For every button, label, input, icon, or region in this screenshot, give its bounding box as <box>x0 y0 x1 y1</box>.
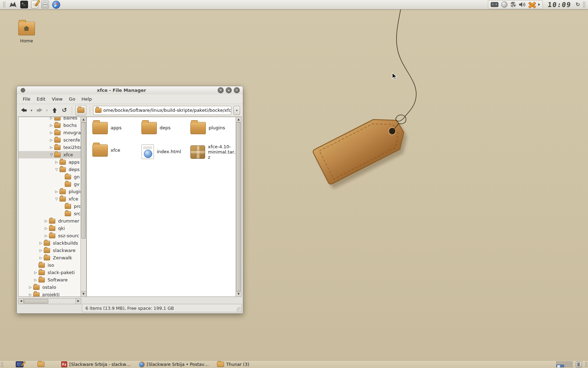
volume-icon[interactable] <box>519 2 526 7</box>
scroll-left-arrow[interactable]: ◀ <box>18 298 24 304</box>
panel-clock[interactable]: 10:09 <box>547 1 572 8</box>
scrollbar-thumb[interactable] <box>24 299 48 304</box>
scroll-down-arrow[interactable]: ▼ <box>236 291 241 297</box>
expand-icon[interactable]: ▷ <box>38 256 43 260</box>
tree-item-Software[interactable]: ▷Software <box>19 276 80 284</box>
expand-icon[interactable]: ▷ <box>49 138 54 142</box>
network-icon[interactable] <box>491 2 498 7</box>
minimize-button[interactable]: ▾ <box>218 87 224 93</box>
desktop-icon-home[interactable]: Home <box>15 22 38 43</box>
back-button[interactable] <box>20 106 28 115</box>
circular-arrow-icon[interactable]: ↻ <box>575 1 580 8</box>
text-editor-icon[interactable] <box>31 1 38 8</box>
menu-view[interactable]: View <box>49 95 66 103</box>
collapse-icon[interactable]: ▽ <box>54 197 59 201</box>
screen-editor-icon[interactable] <box>16 361 23 367</box>
scrollbar-thumb[interactable] <box>236 122 241 291</box>
expand-icon[interactable]: ▷ <box>28 285 33 289</box>
path-bar[interactable]: ome/bocke/Software/linux/build-skripte/p… <box>93 106 231 115</box>
tree-vertical-scrollbar[interactable]: ▲ ▼ <box>80 117 86 297</box>
tree-item-baires[interactable]: ▷baires <box>19 117 80 122</box>
tree-item-movgra[interactable]: ▷movgra <box>19 129 80 136</box>
swirl-icon[interactable] <box>510 2 516 7</box>
tree-item-gv[interactable]: gv <box>19 180 80 188</box>
expand-icon[interactable]: ▷ <box>43 219 49 223</box>
expand-icon[interactable]: ▷ <box>43 234 49 238</box>
collapse-icon[interactable]: ▽ <box>54 168 59 171</box>
workspace-1[interactable] <box>556 361 564 364</box>
file-item-deps[interactable]: deps <box>141 122 170 134</box>
xchat-icon[interactable] <box>528 2 536 8</box>
expand-icon[interactable]: ▷ <box>49 131 54 135</box>
expand-icon[interactable]: ▷ <box>33 278 38 282</box>
trash-icon[interactable] <box>576 361 582 368</box>
forward-history-dropdown[interactable]: ▾ <box>45 109 49 112</box>
tree-item-Zenwalk[interactable]: ▷Zenwalk <box>19 254 80 261</box>
menu-go[interactable]: Go <box>66 95 78 103</box>
scrollbar-thumb[interactable] <box>81 122 86 239</box>
folder-icon[interactable] <box>37 362 44 367</box>
file-item-xfce[interactable]: xfce <box>92 144 120 157</box>
workspace-4[interactable] <box>565 364 573 367</box>
expand-icon[interactable]: ▷ <box>54 190 59 193</box>
file-item-index.html[interactable]: index.html <box>141 144 181 159</box>
scroll-up-arrow[interactable]: ▲ <box>80 117 86 122</box>
taskbar-window-button[interactable]: Thunar (3) <box>216 361 251 368</box>
file-item-xfce-4.10-minimal.tar.xz[interactable]: xfce-4.10-minimal.tar.xz <box>190 144 236 160</box>
tree-item-slackware[interactable]: ▷slackware <box>19 247 80 254</box>
tree-item-plugin[interactable]: ▷plugin <box>19 188 80 195</box>
expand-icon[interactable]: ▷ <box>43 226 49 230</box>
web-browser-icon[interactable] <box>52 1 60 9</box>
expand-arrow-icon[interactable] <box>538 3 540 6</box>
tree-item-bochs[interactable]: ▷bochs <box>19 122 80 129</box>
reload-button[interactable]: ↺ <box>60 106 69 115</box>
scroll-down-arrow[interactable]: ▼ <box>80 291 86 297</box>
file-cabinet-icon[interactable] <box>41 1 49 8</box>
collapse-icon[interactable]: ▽ <box>49 153 54 157</box>
expand-icon[interactable]: ▷ <box>33 271 38 274</box>
taskbar-window-button[interactable]: Fz[Slackware Srbija - slackw… <box>60 361 132 368</box>
workspace-3[interactable] <box>556 364 564 367</box>
tree-item-ssz-sourc[interactable]: ▷ssz-sourc <box>19 232 80 239</box>
tree-item-screnfe[interactable]: ▷screnfe <box>19 136 80 144</box>
tree-item-xfce[interactable]: ▽xfce <box>19 195 80 203</box>
tree-item-slack-paketi[interactable]: ▷slack-paketi <box>19 269 80 276</box>
tree-item-iso[interactable]: iso <box>19 261 80 269</box>
tree-item-drummer[interactable]: ▷drummer <box>19 217 80 225</box>
tree-item-texi2htm[interactable]: ▷texi2htm <box>19 144 80 151</box>
taskbar-drag-handle-right[interactable] <box>585 362 587 367</box>
xfce-menu-icon[interactable] <box>9 1 17 8</box>
tree-item-apps[interactable]: ▷apps <box>19 158 80 166</box>
file-item-apps[interactable]: apps <box>92 122 121 134</box>
forward-button[interactable] <box>35 106 43 115</box>
expand-icon[interactable]: ▷ <box>54 160 59 164</box>
tree-item-gn[interactable]: gn <box>19 173 80 180</box>
window-menu-button[interactable] <box>21 88 25 93</box>
back-history-dropdown[interactable]: ▾ <box>29 109 34 112</box>
terminal-icon[interactable]: >_ <box>20 1 28 8</box>
expand-icon[interactable]: ▷ <box>49 123 54 127</box>
tree-horizontal-scrollbar[interactable]: ◀ ▶ <box>18 298 81 304</box>
scroll-up-arrow[interactable]: ▲ <box>236 117 241 122</box>
taskbar-window-button[interactable]: [Slackware Srbija • Postav… <box>138 361 210 368</box>
path-dropdown-button[interactable]: ▾ <box>233 106 240 115</box>
globe-icon[interactable] <box>501 1 507 8</box>
expand-icon[interactable]: ▷ <box>49 117 54 120</box>
up-button[interactable] <box>50 106 59 115</box>
maximize-button[interactable]: ▴ <box>226 87 232 93</box>
workspace-2[interactable] <box>565 361 573 364</box>
menu-help[interactable]: Help <box>78 95 95 103</box>
titlebar[interactable]: xfce - File Manager ▾ ▴ × <box>17 86 243 95</box>
taskbar-drag-handle[interactable] <box>1 362 3 367</box>
expand-icon[interactable]: ▷ <box>49 145 54 149</box>
expand-icon[interactable]: ▷ <box>28 293 33 297</box>
expand-icon[interactable]: ▷ <box>38 241 43 245</box>
home-button[interactable] <box>75 105 86 116</box>
panel-drag-handle[interactable] <box>3 1 5 8</box>
tree-item-ostalo[interactable]: ▷ostalo <box>19 284 80 291</box>
main-vertical-scrollbar[interactable]: ▲ ▼ <box>236 117 241 297</box>
tree-item-qki[interactable]: ▷qki <box>19 225 80 232</box>
close-button[interactable]: × <box>234 87 240 93</box>
tree-item-projekti[interactable]: ▷projekti <box>19 291 80 297</box>
tree-item-slackbuilds[interactable]: ▷slackbuilds <box>19 239 80 247</box>
